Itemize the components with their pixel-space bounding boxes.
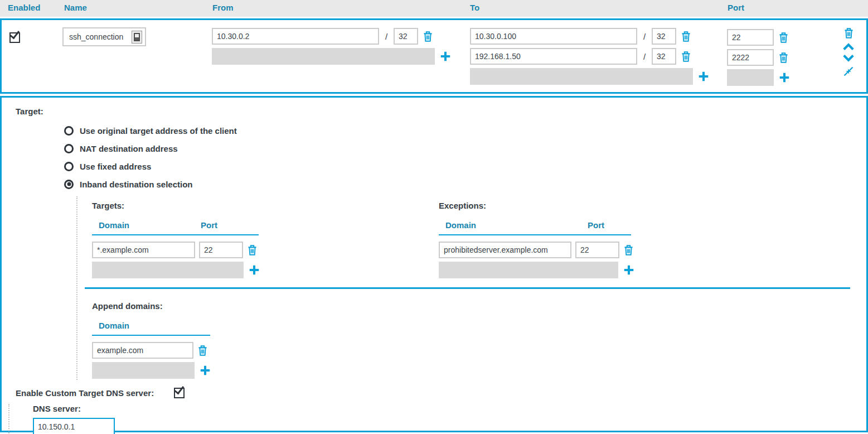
dns-enable-checkbox[interactable]: [174, 388, 185, 398]
row-actions: [842, 27, 855, 77]
exceptions-add-row: [439, 262, 635, 278]
add-exception-row-icon[interactable]: [623, 264, 635, 276]
append-domains-header: Domain: [92, 321, 210, 336]
name-column: [62, 27, 146, 46]
delete-to-entry-2-icon[interactable]: [681, 51, 691, 62]
exceptions-table: Exceptions: Domain Port: [439, 201, 635, 278]
from-address-input[interactable]: [212, 28, 379, 45]
dns-server-block: DNS server:: [8, 404, 866, 434]
radio-fixed[interactable]: [64, 162, 74, 171]
name-input-field[interactable]: [68, 32, 126, 42]
column-header-from: From: [212, 3, 234, 12]
radio-label: Use fixed address: [80, 162, 151, 171]
append-domain-input[interactable]: [92, 342, 193, 359]
column-header-enabled: Enabled: [8, 3, 40, 12]
to-address-input-2[interactable]: [470, 48, 637, 65]
add-to-entry-icon[interactable]: [697, 70, 710, 83]
to-column: / /: [470, 28, 710, 85]
exceptions-domain-header: Domain: [445, 220, 588, 230]
connection-row: / / /: [0, 18, 868, 94]
target-option-nat[interactable]: NAT destination address: [64, 143, 866, 154]
to-add-row: [470, 68, 710, 85]
radio-label: Use original target address of the clien…: [80, 126, 237, 136]
targets-table-header: Domain Port: [92, 220, 259, 235]
column-header-port: Port: [728, 3, 744, 12]
add-from-entry-icon[interactable]: [439, 50, 452, 62]
autofill-icon: [132, 31, 142, 44]
exceptions-empty-row: [439, 262, 618, 278]
name-input[interactable]: [62, 27, 146, 46]
radio-nat[interactable]: [64, 144, 74, 153]
to-prefix-input-2[interactable]: [652, 48, 676, 65]
radio-label: NAT destination address: [80, 144, 178, 153]
radio-inband[interactable]: [64, 180, 74, 189]
target-option-original[interactable]: Use original target address of the clien…: [64, 125, 866, 136]
to-prefix-input-1[interactable]: [652, 28, 676, 45]
prefix-separator: /: [384, 32, 389, 41]
targets-port-header: Port: [201, 220, 217, 230]
collapse-row-icon[interactable]: [843, 66, 854, 77]
prefix-separator: /: [642, 52, 647, 61]
append-domains-row: [92, 342, 866, 359]
delete-from-entry-icon[interactable]: [423, 31, 433, 42]
append-domains-empty-row: [92, 362, 195, 379]
exceptions-port-input[interactable]: [575, 242, 619, 258]
dns-enable-label: Enable Custom Target DNS server:: [16, 388, 154, 398]
delete-exception-row-icon[interactable]: [623, 244, 634, 256]
targets-table: Targets: Domain Port: [85, 201, 439, 278]
port-input-2[interactable]: [727, 49, 774, 66]
to-entry: /: [470, 48, 710, 65]
targets-add-row: [92, 262, 439, 278]
section-divider: [85, 287, 850, 289]
append-domains-add-row: [92, 362, 866, 379]
from-column: /: [212, 28, 452, 65]
column-header-name: Name: [64, 3, 87, 12]
grid-header: Enabled Name From To Port: [0, 0, 868, 17]
target-section: Target: Use original target address of t…: [0, 96, 868, 432]
enabled-checkbox[interactable]: [9, 32, 20, 43]
exceptions-label: Exceptions:: [439, 201, 635, 210]
targets-port-input[interactable]: [199, 242, 243, 258]
prefix-separator: /: [642, 32, 647, 41]
add-append-domain-icon[interactable]: [199, 364, 211, 377]
port-input-1[interactable]: [727, 29, 774, 46]
delete-to-entry-1-icon[interactable]: [681, 31, 691, 42]
delete-row-icon[interactable]: [843, 27, 854, 39]
dns-server-label: DNS server:: [33, 404, 866, 413]
target-option-fixed[interactable]: Use fixed address: [64, 161, 866, 172]
add-target-row-icon[interactable]: [248, 264, 260, 276]
port-add-row: [727, 69, 791, 86]
delete-port-1-icon[interactable]: [778, 32, 789, 44]
exceptions-domain-input[interactable]: [439, 242, 571, 258]
from-prefix-input[interactable]: [394, 28, 418, 45]
exceptions-table-header: Domain Port: [439, 220, 631, 235]
target-label: Target:: [16, 107, 866, 116]
target-options: Use original target address of the clien…: [64, 125, 866, 190]
inband-settings: Targets: Domain Port Exceptions:: [76, 196, 866, 380]
targets-domain-input[interactable]: [92, 242, 195, 258]
port-entry: [727, 49, 791, 66]
move-row-up-icon[interactable]: [842, 42, 855, 51]
dns-server-input[interactable]: [33, 418, 115, 434]
add-port-icon[interactable]: [778, 71, 791, 84]
radio-original[interactable]: [64, 126, 74, 136]
delete-append-domain-icon[interactable]: [197, 345, 208, 356]
append-domains-table: Append domains: Domain: [85, 301, 866, 379]
to-address-input-1[interactable]: [470, 28, 637, 45]
exceptions-port-header: Port: [588, 220, 604, 230]
from-add-row: [212, 48, 452, 65]
from-empty-row: [212, 48, 435, 65]
target-option-inband[interactable]: Inband destination selection: [64, 179, 866, 190]
append-domains-label: Append domains:: [92, 301, 866, 311]
from-entry: /: [212, 28, 452, 45]
to-empty-row: [470, 68, 693, 85]
exceptions-row: [439, 242, 635, 258]
port-empty-row: [727, 69, 774, 86]
targets-row: [92, 242, 439, 258]
port-column: [727, 29, 791, 86]
to-entry: /: [470, 28, 710, 45]
delete-target-row-icon[interactable]: [247, 244, 258, 256]
move-row-down-icon[interactable]: [842, 54, 855, 62]
delete-port-2-icon[interactable]: [778, 52, 789, 64]
append-domain-header: Domain: [99, 321, 201, 330]
